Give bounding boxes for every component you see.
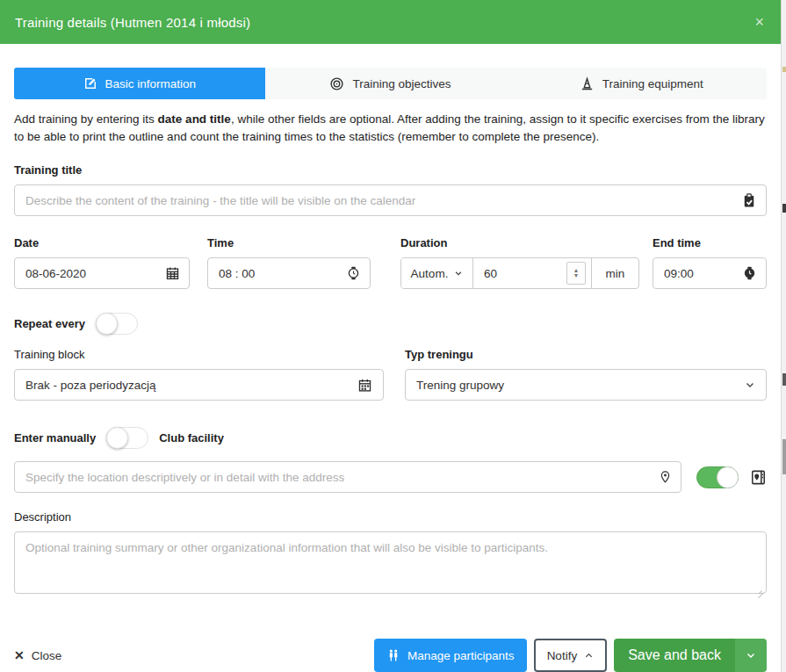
facility-directory-icon[interactable]: [750, 469, 767, 486]
enter-manually-toggle[interactable]: [106, 427, 148, 449]
duration-mode-select[interactable]: Autom.: [401, 258, 473, 288]
chevron-down-icon: [454, 269, 463, 278]
save-split-button: Save and back: [614, 639, 767, 672]
modal-title: Training details (Hutmen 2014 i młodsi): [15, 15, 250, 30]
intro-text: Add training by entering its date and ti…: [14, 111, 767, 146]
cone-icon: [580, 76, 595, 91]
clipboard-check-icon[interactable]: [741, 192, 757, 208]
repeat-toggle[interactable]: [96, 313, 138, 335]
training-block-label: Training block: [14, 348, 384, 361]
tab-label: Training objectives: [352, 77, 451, 90]
chevron-up-icon: [584, 651, 594, 661]
training-type-select[interactable]: Trening grupowy: [405, 369, 767, 401]
save-and-back-label: Save and back: [628, 647, 721, 663]
training-title-label: Training title: [14, 163, 767, 177]
tab-label: Training equipment: [602, 77, 703, 90]
duration-label: Duration: [400, 236, 639, 249]
training-block-select[interactable]: Brak - poza periodyzacją: [14, 369, 384, 401]
save-and-back-button[interactable]: Save and back: [614, 639, 735, 672]
repeat-every-label: Repeat every: [14, 317, 85, 330]
tab-label: Basic information: [105, 77, 197, 90]
calendar-icon[interactable]: [165, 266, 180, 281]
tab-training-equipment[interactable]: Training equipment: [516, 68, 767, 99]
description-label: Description: [14, 510, 767, 524]
training-title-input[interactable]: [14, 184, 767, 216]
notify-button[interactable]: Notify: [534, 639, 608, 672]
stepper-control[interactable]: ▲▼: [566, 262, 586, 285]
page-scrollbar[interactable]: [781, 0, 786, 672]
watch-filled-icon[interactable]: [742, 266, 757, 281]
date-label: Date: [14, 236, 190, 249]
close-icon[interactable]: ×: [754, 14, 764, 30]
training-type-label: Typ treningu: [405, 348, 767, 361]
tab-training-objectives[interactable]: Training objectives: [265, 68, 516, 99]
watch-icon[interactable]: [346, 266, 361, 281]
club-facility-toggle[interactable]: [696, 466, 739, 488]
training-title-field-wrap: [14, 184, 767, 216]
location-mode-row: Enter manually Club facility: [14, 427, 767, 449]
tab-bar: Basic information Training objectives Tr…: [14, 68, 767, 99]
map-pin-icon[interactable]: [659, 470, 672, 485]
periodization-calendar-icon: [357, 378, 372, 393]
people-icon: [386, 648, 400, 662]
date-input[interactable]: [14, 257, 190, 289]
datetime-row: Date Time Duration: [14, 236, 767, 289]
training-details-modal: Training details (Hutmen 2014 i młodsi) …: [0, 0, 781, 672]
target-icon: [329, 76, 344, 91]
close-label: Close: [32, 649, 62, 662]
footer: ✕ Close Manage participants Notify Save …: [14, 639, 767, 672]
description-textarea[interactable]: [14, 531, 767, 594]
edit-icon: [83, 76, 97, 90]
close-x-icon: ✕: [14, 648, 25, 662]
notify-label: Notify: [547, 649, 578, 662]
chevron-down-icon: [746, 650, 756, 661]
time-label: Time: [207, 236, 371, 249]
duration-value-input[interactable]: 60 ▲▼: [473, 258, 591, 288]
repeat-row: Repeat every: [14, 313, 767, 335]
location-input[interactable]: [14, 461, 681, 493]
end-time-label: End time: [653, 236, 767, 249]
club-facility-label: Club facility: [159, 431, 224, 444]
location-row: [14, 461, 767, 493]
close-button[interactable]: ✕ Close: [14, 648, 61, 662]
manage-participants-button[interactable]: Manage participants: [374, 639, 527, 672]
save-options-button[interactable]: [735, 639, 767, 672]
description-field-wrap: [14, 531, 767, 597]
duration-group: Autom. 60 ▲▼ min: [400, 257, 639, 289]
block-type-row: Training block Brak - poza periodyzacją …: [14, 348, 767, 401]
chevron-down-icon: [745, 379, 755, 390]
enter-manually-label: Enter manually: [14, 431, 96, 444]
manage-participants-label: Manage participants: [407, 649, 515, 662]
tab-basic-information[interactable]: Basic information: [14, 68, 265, 99]
duration-unit: min: [591, 258, 638, 288]
modal-header: Training details (Hutmen 2014 i młodsi) …: [0, 0, 786, 44]
